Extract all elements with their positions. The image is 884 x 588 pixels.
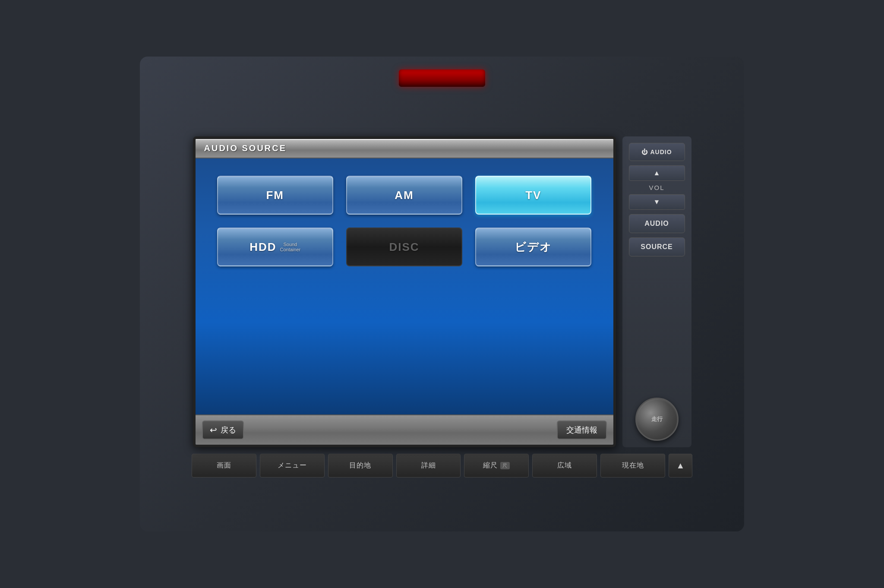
- eject-icon: ▲: [676, 461, 685, 471]
- traffic-button[interactable]: 交通情報: [557, 420, 607, 439]
- source-btn-am[interactable]: AM: [346, 176, 462, 215]
- source-buttons-area: FM AM TV HDD: [196, 158, 613, 414]
- screen-bezel: AUDIO SOURCE FM AM TV: [193, 136, 616, 447]
- screen-title: AUDIO SOURCE: [204, 143, 287, 153]
- scale-badge: 尺: [500, 462, 510, 469]
- btn-scale[interactable]: 縮尺 尺: [464, 454, 529, 477]
- source-row-1: FM AM TV: [217, 176, 592, 215]
- main-area: AUDIO SOURCE FM AM TV: [193, 136, 691, 447]
- title-bar: AUDIO SOURCE: [196, 139, 613, 158]
- vol-down-button[interactable]: ▼: [629, 194, 685, 210]
- indicator-light: [399, 70, 485, 87]
- audio-power-button[interactable]: ⏻ AUDIO: [629, 143, 685, 161]
- back-button[interactable]: ↩ 戻る: [202, 420, 244, 439]
- bottom-buttons-row: 画面 メニュー 目的地 詳細 縮尺 尺 広域 現在地 ▲: [192, 454, 692, 477]
- audio-button[interactable]: AUDIO: [629, 214, 685, 233]
- right-controls: ⏻ AUDIO ▲ VOL ▼ AUDIO SOURCE 走行: [622, 136, 691, 447]
- btn-menu[interactable]: メニュー: [260, 454, 325, 477]
- source-btn-video[interactable]: ビデオ: [475, 228, 591, 266]
- vol-label: VOL: [629, 182, 685, 193]
- screen-content: AUDIO SOURCE FM AM TV: [196, 139, 613, 445]
- head-unit: AUDIO SOURCE FM AM TV: [140, 57, 744, 531]
- source-btn-hdd[interactable]: HDD SoundContainer: [217, 228, 333, 266]
- source-row-2: HDD SoundContainer DISC ビデオ: [217, 228, 592, 266]
- vol-group: ▲ VOL ▼: [629, 165, 685, 210]
- power-icon: ⏻: [641, 149, 648, 155]
- back-arrow-icon: ↩: [210, 425, 217, 435]
- eject-button[interactable]: ▲: [669, 454, 692, 477]
- bottom-bar: ↩ 戻る 交通情報: [196, 414, 613, 445]
- btn-current[interactable]: 現在地: [600, 454, 665, 477]
- btn-detail[interactable]: 詳細: [396, 454, 461, 477]
- knob[interactable]: 走行: [635, 398, 679, 441]
- source-btn-disc[interactable]: DISC: [346, 228, 462, 266]
- source-button[interactable]: SOURCE: [629, 237, 685, 256]
- btn-screen[interactable]: 画面: [192, 454, 256, 477]
- source-btn-fm[interactable]: FM: [217, 176, 333, 215]
- btn-destination[interactable]: 目的地: [328, 454, 393, 477]
- knob-label: 走行: [651, 416, 663, 423]
- vol-up-button[interactable]: ▲: [629, 165, 685, 181]
- source-btn-tv[interactable]: TV: [475, 176, 591, 215]
- btn-wide[interactable]: 広域: [532, 454, 597, 477]
